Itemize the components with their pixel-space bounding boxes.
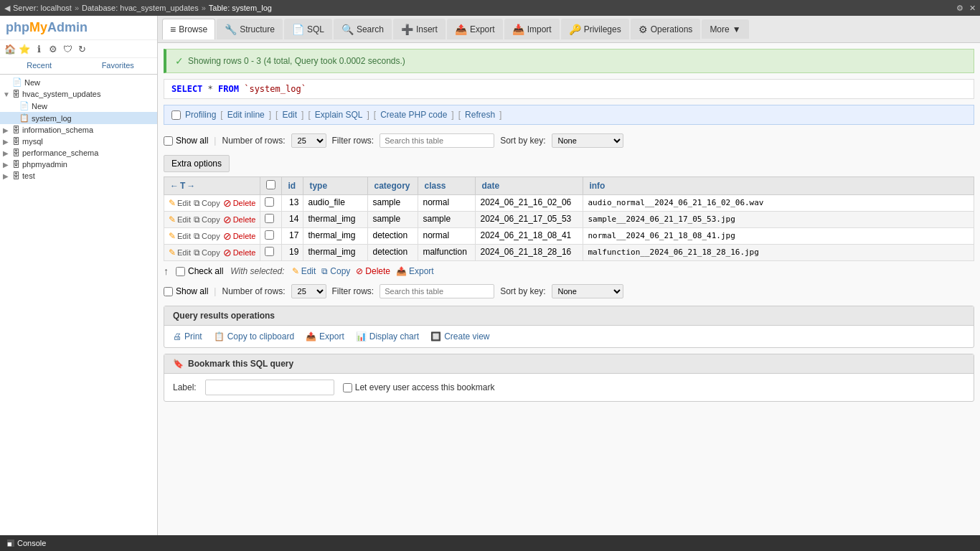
copy-button-2[interactable]: ⧉ Copy — [194, 231, 220, 241]
show-all-checkbox[interactable] — [164, 136, 173, 146]
scroll-up-icon[interactable]: ↑ — [164, 265, 169, 277]
tree-item-performance-schema[interactable]: ▶ 🗄 performance_schema — [0, 147, 157, 159]
tab-search[interactable]: 🔍 Search — [334, 19, 392, 39]
ws-edit-button[interactable]: ✎ Edit — [292, 266, 316, 276]
shield-icon[interactable]: 🛡 — [62, 43, 73, 55]
breadcrumb-arrow[interactable]: ◀ — [4, 4, 10, 13]
copy-button-3[interactable]: ⧉ Copy — [194, 248, 220, 258]
tab-structure[interactable]: 🔧 Structure — [217, 19, 283, 39]
row-checkbox-1[interactable] — [265, 214, 274, 223]
tab-recent[interactable]: Recent — [0, 58, 79, 74]
tab-import[interactable]: 📥 Import — [504, 19, 560, 39]
gear-icon[interactable]: ⚙ — [956, 4, 963, 13]
tree-item-phpmyadmin[interactable]: ▶ 🗄 phpmyadmin — [0, 159, 157, 170]
create-php-link[interactable]: Create PHP code — [380, 110, 447, 120]
copy-button-0[interactable]: ⧉ Copy — [194, 198, 220, 208]
tab-privileges[interactable]: 🔑 Privileges — [561, 19, 629, 39]
row-checkbox-0[interactable] — [265, 197, 274, 207]
browse-icon: ≡ — [170, 24, 176, 35]
tab-favorites[interactable]: Favorites — [79, 58, 158, 74]
nav-right-arrow[interactable]: → — [187, 181, 195, 191]
select-all-checkbox[interactable] — [266, 180, 275, 189]
cell-category: detection — [368, 245, 418, 261]
cell-info: normal__2024_06_21_18_08_41.jpg — [583, 228, 974, 245]
th-type[interactable]: type — [303, 177, 368, 195]
sort-icon[interactable]: T — [180, 181, 185, 191]
tree-item-hvac[interactable]: ▼ 🗄 hvac_system_updates — [0, 88, 157, 100]
edit-button-3[interactable]: ✎ Edit — [169, 248, 191, 258]
tree-item-information-schema[interactable]: ▶ 🗄 information_schema — [0, 124, 157, 136]
profiling-label[interactable]: Profiling — [185, 110, 216, 120]
info-icon[interactable]: ℹ — [33, 43, 44, 55]
expand-icon[interactable]: ✕ — [969, 4, 976, 13]
rows-select-bottom[interactable]: 25 50 100 — [291, 284, 326, 298]
sort-select-top[interactable]: None — [552, 133, 623, 148]
profiling-checkbox[interactable] — [171, 110, 181, 120]
bookmark-label-input[interactable] — [205, 380, 334, 395]
ws-delete-button[interactable]: ⊘ Delete — [356, 266, 390, 276]
tab-operations[interactable]: ⚙ Operations — [631, 19, 701, 39]
delete-button-3[interactable]: ⊘ Delete — [223, 247, 256, 258]
nav-left-arrow[interactable]: ← — [170, 181, 179, 191]
create-view-button[interactable]: Create view — [430, 331, 489, 342]
edit-button-0[interactable]: ✎ Edit — [169, 198, 191, 208]
th-class[interactable]: class — [418, 177, 476, 195]
tab-sql[interactable]: 📄 SQL — [284, 19, 332, 39]
console-bar[interactable]: ■ Console — [0, 535, 980, 551]
extra-options-button[interactable]: Extra options — [164, 155, 230, 172]
print-button[interactable]: Print — [173, 331, 202, 342]
delete-button-1[interactable]: ⊘ Delete — [223, 214, 256, 225]
home-icon[interactable]: 🏠 — [4, 43, 16, 55]
delete-button-0[interactable]: ⊘ Delete — [223, 197, 256, 209]
check-all-label[interactable]: Check all — [176, 266, 223, 276]
edit-link[interactable]: Edit — [282, 110, 297, 120]
cell-type: audio_file — [303, 195, 368, 212]
check-all-checkbox-bottom[interactable] — [176, 267, 185, 276]
tree-item-mysql[interactable]: ▶ 🗄 mysql — [0, 136, 157, 147]
bookmark-section: Bookmark this SQL query Label: Let every… — [164, 354, 974, 402]
copy-to-clipboard-button[interactable]: Copy to clipboard — [214, 331, 294, 342]
th-id[interactable]: id — [282, 177, 303, 195]
row-checkbox-2[interactable] — [265, 230, 274, 240]
th-info[interactable]: info — [583, 177, 974, 195]
export-qr-button[interactable]: Export — [306, 331, 344, 342]
database-breadcrumb[interactable]: Database: hvac_system_updates — [82, 4, 199, 12]
display-chart-button[interactable]: Display chart — [356, 331, 419, 342]
ws-copy-button[interactable]: ⧉ Copy — [321, 266, 350, 276]
tree-item-system-log[interactable]: 📋 system_log — [0, 112, 157, 124]
edit-button-2[interactable]: ✎ Edit — [169, 231, 191, 241]
row-checkbox-3[interactable] — [265, 247, 274, 256]
tab-insert[interactable]: ➕ Insert — [393, 19, 446, 39]
table-breadcrumb[interactable]: Table: system_log — [209, 4, 272, 12]
th-category[interactable]: category — [368, 177, 418, 195]
edit-button-1[interactable]: ✎ Edit — [169, 215, 191, 225]
settings-icon[interactable]: ⚙ — [47, 43, 59, 55]
table-row: ✎ Edit ⧉ Copy ⊘ Delete 19 thermal_img de… — [164, 245, 974, 261]
ws-export-button[interactable]: 📤 Export — [396, 266, 434, 276]
cell-id: 19 — [282, 245, 303, 261]
server-breadcrumb[interactable]: Server: localhost — [13, 4, 72, 12]
rows-select-top[interactable]: 25 50 100 — [291, 133, 326, 148]
bookmark-public-checkbox[interactable] — [343, 383, 352, 392]
tree-item-new-hvac[interactable]: 📄 New — [0, 100, 157, 112]
tree-item-new-root[interactable]: 📄 New — [0, 76, 157, 88]
copy-button-1[interactable]: ⧉ Copy — [194, 215, 220, 225]
explain-sql-link[interactable]: Explain SQL — [315, 110, 363, 120]
search-input-bottom[interactable] — [380, 284, 494, 298]
delete-button-2[interactable]: ⊘ Delete — [223, 230, 256, 242]
show-all-checkbox-bottom[interactable] — [164, 287, 173, 296]
search-input-top[interactable] — [380, 133, 494, 148]
edit-inline-link[interactable]: Edit inline — [227, 110, 265, 120]
refresh-link[interactable]: Refresh — [465, 110, 495, 120]
th-date[interactable]: date — [476, 177, 583, 195]
tree-item-test[interactable]: ▶ 🗄 test — [0, 170, 157, 182]
star-icon[interactable]: ⭐ — [19, 43, 30, 55]
tab-export[interactable]: 📤 Export — [447, 19, 503, 39]
sort-select-bottom[interactable]: None — [552, 284, 623, 298]
tab-more[interactable]: More ▼ — [702, 19, 748, 39]
content-inner: ✓ Showing rows 0 - 3 (4 total, Query too… — [158, 43, 980, 413]
refresh-icon[interactable]: ↻ — [76, 43, 88, 55]
tab-browse[interactable]: ≡ Browse — [162, 19, 215, 39]
cell-date: 2024_06_21_17_05_53 — [476, 212, 583, 228]
cell-id: 13 — [282, 195, 303, 212]
